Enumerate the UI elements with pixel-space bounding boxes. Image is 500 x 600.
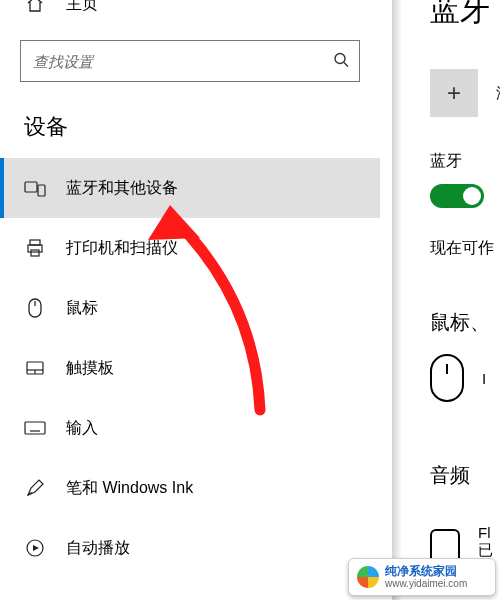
printer-icon [24, 238, 46, 258]
sidebar-item-label: 打印机和扫描仪 [66, 238, 178, 259]
devices-icon [24, 178, 46, 198]
sidebar-item-label: 蓝牙和其他设备 [66, 178, 178, 199]
audio-device-text: Fl 已 [478, 524, 493, 560]
add-device-row[interactable]: + 添 [430, 69, 500, 117]
sidebar: 主页 设备 蓝牙和其他设备 打印机和扫描仪 [0, 0, 380, 600]
device-row-mouse[interactable]: I [430, 354, 500, 402]
svg-rect-3 [30, 240, 40, 245]
mouse-section-header: 鼠标、 [430, 309, 500, 336]
content-pane: 蓝牙 + 添 蓝牙 现在可作 鼠标、 I 音频 Fl 已 [410, 0, 500, 600]
audio-section-header: 音频 [430, 462, 500, 489]
sidebar-shadow [392, 0, 402, 600]
plus-icon: + [447, 79, 461, 107]
search-icon [332, 51, 350, 72]
add-device-label: 添 [496, 84, 500, 103]
svg-rect-2 [38, 185, 45, 196]
sidebar-item-mouse[interactable]: 鼠标 [0, 278, 380, 338]
home-icon [24, 0, 46, 14]
search-input[interactable] [20, 40, 360, 82]
svg-marker-19 [33, 545, 39, 551]
sidebar-item-label: 输入 [66, 418, 98, 439]
sidebar-item-pen[interactable]: 笔和 Windows Ink [0, 458, 380, 518]
watermark-title: 纯净系统家园 [385, 565, 467, 578]
page-title: 蓝牙 [430, 0, 500, 31]
watermark: 纯净系统家园 www.yidaimei.com [348, 558, 496, 596]
sidebar-item-printers[interactable]: 打印机和扫描仪 [0, 218, 380, 278]
svg-rect-4 [28, 245, 42, 252]
svg-rect-11 [25, 422, 45, 434]
discoverable-text: 现在可作 [430, 238, 500, 259]
sidebar-nav: 蓝牙和其他设备 打印机和扫描仪 鼠标 触 [0, 158, 380, 578]
mouse-icon [24, 297, 46, 319]
bluetooth-toggle[interactable] [430, 184, 484, 208]
sidebar-item-label: 自动播放 [66, 538, 130, 559]
watermark-url: www.yidaimei.com [385, 578, 467, 589]
sidebar-section-title: 设备 [0, 82, 380, 158]
svg-point-0 [335, 54, 345, 64]
watermark-logo-icon [357, 566, 379, 588]
touchpad-icon [24, 360, 46, 376]
search-box[interactable] [20, 40, 360, 82]
sidebar-item-label: 笔和 Windows Ink [66, 478, 193, 499]
sidebar-item-touchpad[interactable]: 触摸板 [0, 338, 380, 398]
add-device-button[interactable]: + [430, 69, 478, 117]
pen-icon [24, 478, 46, 498]
sidebar-item-home[interactable]: 主页 [0, 0, 380, 18]
sidebar-item-autoplay[interactable]: 自动播放 [0, 518, 380, 578]
svg-rect-5 [31, 250, 39, 256]
audio-device-name: Fl [478, 524, 493, 541]
sidebar-item-label: 鼠标 [66, 298, 98, 319]
autoplay-icon [24, 538, 46, 558]
device-name: I [482, 370, 486, 387]
sidebar-item-label: 触摸板 [66, 358, 114, 379]
sidebar-item-bluetooth[interactable]: 蓝牙和其他设备 [0, 158, 380, 218]
home-label: 主页 [66, 0, 98, 15]
svg-rect-1 [25, 182, 37, 192]
bluetooth-label: 蓝牙 [430, 151, 500, 172]
mouse-device-icon [430, 354, 464, 402]
sidebar-item-typing[interactable]: 输入 [0, 398, 380, 458]
keyboard-icon [24, 421, 46, 435]
